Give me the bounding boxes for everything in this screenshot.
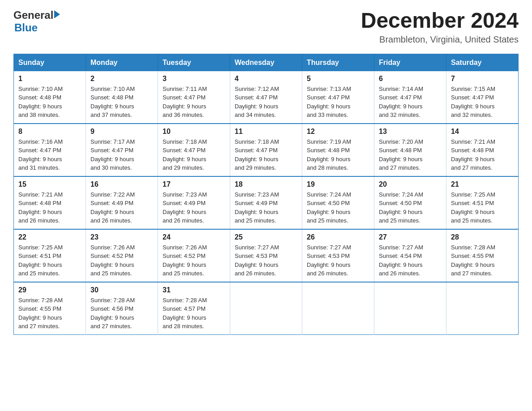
day-number: 25 [235,233,297,241]
logo-blue-text: Blue [14,21,38,34]
calendar-day-cell: 24 Sunrise: 7:26 AM Sunset: 4:52 PM Dayl… [158,229,230,282]
col-sunday: Sunday [14,54,86,71]
day-info: Sunrise: 7:13 AM Sunset: 4:47 PM Dayligh… [307,85,369,120]
day-number: 7 [451,75,514,83]
day-info: Sunrise: 7:10 AM Sunset: 4:48 PM Dayligh… [18,85,81,120]
day-number: 26 [307,233,369,241]
day-number: 22 [18,233,81,241]
day-number: 6 [379,75,442,83]
calendar-day-cell: 21 Sunrise: 7:25 AM Sunset: 4:51 PM Dayl… [446,176,519,229]
day-info: Sunrise: 7:27 AM Sunset: 4:53 PM Dayligh… [235,243,297,278]
day-number: 31 [163,286,225,294]
calendar-day-cell: 3 Sunrise: 7:11 AM Sunset: 4:47 PM Dayli… [158,71,230,124]
calendar-day-cell: 17 Sunrise: 7:23 AM Sunset: 4:49 PM Dayl… [158,176,230,229]
day-info: Sunrise: 7:16 AM Sunset: 4:47 PM Dayligh… [18,137,81,172]
calendar-week-row: 8 Sunrise: 7:16 AM Sunset: 4:47 PM Dayli… [14,124,519,176]
calendar-day-cell: 28 Sunrise: 7:28 AM Sunset: 4:55 PM Dayl… [446,229,519,282]
calendar-header: Sunday Monday Tuesday Wednesday Thursday… [14,54,519,71]
day-number: 19 [307,180,369,188]
day-info: Sunrise: 7:14 AM Sunset: 4:47 PM Dayligh… [379,85,442,120]
calendar-day-cell: 18 Sunrise: 7:23 AM Sunset: 4:49 PM Dayl… [230,176,302,229]
logo-flag-icon [54,10,60,18]
calendar-day-cell [230,282,302,335]
logo-general-text: General [13,9,53,21]
day-number: 15 [18,180,81,188]
col-tuesday: Tuesday [158,54,230,71]
calendar-day-cell: 1 Sunrise: 7:10 AM Sunset: 4:48 PM Dayli… [14,71,86,124]
day-info: Sunrise: 7:21 AM Sunset: 4:48 PM Dayligh… [451,137,514,172]
calendar-week-row: 22 Sunrise: 7:25 AM Sunset: 4:51 PM Dayl… [14,229,519,282]
day-number: 29 [18,286,81,294]
day-number: 24 [163,233,225,241]
calendar-day-cell: 10 Sunrise: 7:18 AM Sunset: 4:47 PM Dayl… [158,124,230,176]
calendar-day-cell: 5 Sunrise: 7:13 AM Sunset: 4:47 PM Dayli… [302,71,374,124]
day-info: Sunrise: 7:26 AM Sunset: 4:52 PM Dayligh… [163,243,225,278]
col-wednesday: Wednesday [230,54,302,71]
calendar-day-cell: 2 Sunrise: 7:10 AM Sunset: 4:48 PM Dayli… [86,71,158,124]
calendar-day-cell: 4 Sunrise: 7:12 AM Sunset: 4:47 PM Dayli… [230,71,302,124]
day-info: Sunrise: 7:25 AM Sunset: 4:51 PM Dayligh… [451,190,514,225]
day-info: Sunrise: 7:17 AM Sunset: 4:47 PM Dayligh… [90,137,153,172]
day-number: 20 [379,180,442,188]
calendar-week-row: 15 Sunrise: 7:21 AM Sunset: 4:48 PM Dayl… [14,176,519,229]
day-info: Sunrise: 7:18 AM Sunset: 4:47 PM Dayligh… [163,137,225,172]
day-number: 8 [18,128,81,136]
day-info: Sunrise: 7:28 AM Sunset: 4:55 PM Dayligh… [451,243,514,278]
calendar-table: Sunday Monday Tuesday Wednesday Thursday… [13,54,519,335]
calendar-week-row: 1 Sunrise: 7:10 AM Sunset: 4:48 PM Dayli… [14,71,519,124]
day-info: Sunrise: 7:28 AM Sunset: 4:57 PM Dayligh… [163,296,225,331]
calendar-day-cell: 12 Sunrise: 7:19 AM Sunset: 4:48 PM Dayl… [302,124,374,176]
calendar-day-cell: 6 Sunrise: 7:14 AM Sunset: 4:47 PM Dayli… [374,71,446,124]
calendar-day-cell: 14 Sunrise: 7:21 AM Sunset: 4:48 PM Dayl… [446,124,519,176]
day-number: 28 [451,233,514,241]
day-number: 16 [90,180,153,188]
logo: General Blue [13,9,60,34]
calendar-day-cell: 15 Sunrise: 7:21 AM Sunset: 4:48 PM Dayl… [14,176,86,229]
calendar-body: 1 Sunrise: 7:10 AM Sunset: 4:48 PM Dayli… [14,71,519,335]
calendar-day-cell: 13 Sunrise: 7:20 AM Sunset: 4:48 PM Dayl… [374,124,446,176]
day-info: Sunrise: 7:24 AM Sunset: 4:50 PM Dayligh… [307,190,369,225]
day-info: Sunrise: 7:21 AM Sunset: 4:48 PM Dayligh… [18,190,81,225]
calendar-day-cell: 25 Sunrise: 7:27 AM Sunset: 4:53 PM Dayl… [230,229,302,282]
day-info: Sunrise: 7:15 AM Sunset: 4:47 PM Dayligh… [451,85,514,120]
calendar-day-cell: 7 Sunrise: 7:15 AM Sunset: 4:47 PM Dayli… [446,71,519,124]
day-info: Sunrise: 7:27 AM Sunset: 4:53 PM Dayligh… [307,243,369,278]
day-info: Sunrise: 7:20 AM Sunset: 4:48 PM Dayligh… [379,137,442,172]
col-monday: Monday [86,54,158,71]
calendar-subtitle: Brambleton, Virginia, United States [361,34,519,45]
day-number: 18 [235,180,297,188]
calendar-day-cell: 11 Sunrise: 7:18 AM Sunset: 4:47 PM Dayl… [230,124,302,176]
day-info: Sunrise: 7:11 AM Sunset: 4:47 PM Dayligh… [163,85,225,120]
day-number: 23 [90,233,153,241]
page-header: General Blue December 2024 Brambleton, V… [13,9,519,45]
day-info: Sunrise: 7:26 AM Sunset: 4:52 PM Dayligh… [90,243,153,278]
calendar-day-cell: 26 Sunrise: 7:27 AM Sunset: 4:53 PM Dayl… [302,229,374,282]
day-number: 1 [18,75,81,83]
day-number: 10 [163,128,225,136]
day-info: Sunrise: 7:10 AM Sunset: 4:48 PM Dayligh… [90,85,153,120]
day-info: Sunrise: 7:27 AM Sunset: 4:54 PM Dayligh… [379,243,442,278]
calendar-day-cell: 29 Sunrise: 7:28 AM Sunset: 4:55 PM Dayl… [14,282,86,335]
day-info: Sunrise: 7:23 AM Sunset: 4:49 PM Dayligh… [235,190,297,225]
day-number: 13 [379,128,442,136]
day-info: Sunrise: 7:23 AM Sunset: 4:49 PM Dayligh… [163,190,225,225]
day-info: Sunrise: 7:28 AM Sunset: 4:55 PM Dayligh… [18,296,81,331]
day-number: 27 [379,233,442,241]
day-number: 11 [235,128,297,136]
calendar-day-cell [374,282,446,335]
col-saturday: Saturday [446,54,519,71]
calendar-day-cell: 19 Sunrise: 7:24 AM Sunset: 4:50 PM Dayl… [302,176,374,229]
day-info: Sunrise: 7:18 AM Sunset: 4:47 PM Dayligh… [235,137,297,172]
day-info: Sunrise: 7:28 AM Sunset: 4:56 PM Dayligh… [90,296,153,331]
day-number: 21 [451,180,514,188]
col-thursday: Thursday [302,54,374,71]
day-info: Sunrise: 7:19 AM Sunset: 4:48 PM Dayligh… [307,137,369,172]
calendar-day-cell: 9 Sunrise: 7:17 AM Sunset: 4:47 PM Dayli… [86,124,158,176]
day-number: 14 [451,128,514,136]
calendar-day-cell: 31 Sunrise: 7:28 AM Sunset: 4:57 PM Dayl… [158,282,230,335]
calendar-title: December 2024 [361,9,519,33]
day-info: Sunrise: 7:25 AM Sunset: 4:51 PM Dayligh… [18,243,81,278]
calendar-day-cell: 22 Sunrise: 7:25 AM Sunset: 4:51 PM Dayl… [14,229,86,282]
calendar-day-cell: 30 Sunrise: 7:28 AM Sunset: 4:56 PM Dayl… [86,282,158,335]
day-number: 3 [163,75,225,83]
